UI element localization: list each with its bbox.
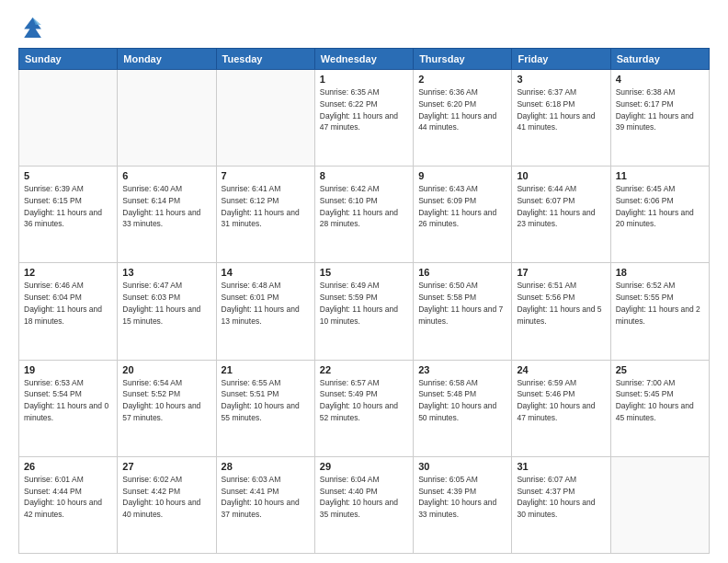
day-info: Sunrise: 6:03 AM Sunset: 4:41 PM Dayligh…: [222, 474, 310, 521]
col-header-saturday: Saturday: [610, 49, 709, 70]
day-info: Sunrise: 6:58 AM Sunset: 5:48 PM Dayligh…: [418, 377, 506, 424]
day-number: 1: [320, 74, 408, 85]
week-row-4: 19Sunrise: 6:53 AM Sunset: 5:54 PM Dayli…: [19, 360, 710, 456]
col-header-sunday: Sunday: [19, 49, 118, 70]
day-cell: 18Sunrise: 6:52 AM Sunset: 5:55 PM Dayli…: [610, 263, 709, 360]
day-cell: 28Sunrise: 6:03 AM Sunset: 4:41 PM Dayli…: [216, 456, 314, 553]
day-info: Sunrise: 6:36 AM Sunset: 6:20 PM Dayligh…: [418, 86, 506, 133]
day-number: 14: [222, 267, 310, 278]
day-number: 27: [122, 461, 210, 472]
day-number: 13: [122, 267, 210, 278]
day-cell: 20Sunrise: 6:54 AM Sunset: 5:52 PM Dayli…: [118, 360, 216, 456]
day-number: 30: [418, 461, 506, 472]
day-number: 19: [24, 364, 112, 375]
day-info: Sunrise: 6:39 AM Sunset: 6:15 PM Dayligh…: [24, 183, 112, 230]
col-header-wednesday: Wednesday: [314, 49, 413, 70]
day-cell: 23Sunrise: 6:58 AM Sunset: 5:48 PM Dayli…: [414, 360, 512, 456]
day-cell: 19Sunrise: 6:53 AM Sunset: 5:54 PM Dayli…: [19, 360, 118, 456]
day-number: 29: [320, 461, 408, 472]
day-number: 28: [222, 461, 310, 472]
day-cell: 3Sunrise: 6:37 AM Sunset: 6:18 PM Daylig…: [512, 70, 610, 167]
day-cell: [19, 70, 118, 167]
day-cell: 26Sunrise: 6:01 AM Sunset: 4:44 PM Dayli…: [19, 456, 118, 553]
week-row-3: 12Sunrise: 6:46 AM Sunset: 6:04 PM Dayli…: [19, 263, 710, 360]
col-header-friday: Friday: [512, 49, 610, 70]
day-cell: 9Sunrise: 6:43 AM Sunset: 6:09 PM Daylig…: [414, 167, 512, 263]
day-info: Sunrise: 7:00 AM Sunset: 5:45 PM Dayligh…: [616, 377, 704, 424]
day-number: 31: [517, 461, 605, 472]
day-number: 16: [418, 267, 506, 278]
day-number: 20: [122, 364, 210, 375]
day-info: Sunrise: 6:59 AM Sunset: 5:46 PM Dayligh…: [517, 377, 605, 424]
day-info: Sunrise: 6:05 AM Sunset: 4:39 PM Dayligh…: [418, 474, 506, 521]
day-info: Sunrise: 6:01 AM Sunset: 4:44 PM Dayligh…: [24, 474, 112, 521]
day-cell: [118, 70, 216, 167]
day-info: Sunrise: 6:51 AM Sunset: 5:56 PM Dayligh…: [517, 280, 605, 327]
day-cell: 4Sunrise: 6:38 AM Sunset: 6:17 PM Daylig…: [610, 70, 709, 167]
day-info: Sunrise: 6:49 AM Sunset: 5:59 PM Dayligh…: [320, 280, 408, 327]
day-info: Sunrise: 6:45 AM Sunset: 6:06 PM Dayligh…: [616, 183, 704, 230]
day-cell: 6Sunrise: 6:40 AM Sunset: 6:14 PM Daylig…: [118, 167, 216, 263]
day-info: Sunrise: 6:41 AM Sunset: 6:12 PM Dayligh…: [222, 183, 310, 230]
day-cell: 1Sunrise: 6:35 AM Sunset: 6:22 PM Daylig…: [314, 70, 413, 167]
week-row-5: 26Sunrise: 6:01 AM Sunset: 4:44 PM Dayli…: [19, 456, 710, 553]
day-cell: 7Sunrise: 6:41 AM Sunset: 6:12 PM Daylig…: [216, 167, 314, 263]
calendar-table: SundayMondayTuesdayWednesdayThursdayFrid…: [18, 48, 710, 554]
day-info: Sunrise: 6:55 AM Sunset: 5:51 PM Dayligh…: [222, 377, 310, 424]
calendar: SundayMondayTuesdayWednesdayThursdayFrid…: [18, 48, 710, 554]
day-number: 18: [616, 267, 704, 278]
day-info: Sunrise: 6:07 AM Sunset: 4:37 PM Dayligh…: [517, 474, 605, 521]
day-cell: 11Sunrise: 6:45 AM Sunset: 6:06 PM Dayli…: [610, 167, 709, 263]
day-number: 15: [320, 267, 408, 278]
day-cell: 24Sunrise: 6:59 AM Sunset: 5:46 PM Dayli…: [512, 360, 610, 456]
day-cell: [216, 70, 314, 167]
day-info: Sunrise: 6:46 AM Sunset: 6:04 PM Dayligh…: [24, 280, 112, 327]
day-cell: 30Sunrise: 6:05 AM Sunset: 4:39 PM Dayli…: [414, 456, 512, 553]
day-number: 3: [517, 74, 605, 85]
day-cell: 14Sunrise: 6:48 AM Sunset: 6:01 PM Dayli…: [216, 263, 314, 360]
day-cell: 29Sunrise: 6:04 AM Sunset: 4:40 PM Dayli…: [314, 456, 413, 553]
day-cell: 16Sunrise: 6:50 AM Sunset: 5:58 PM Dayli…: [414, 263, 512, 360]
day-info: Sunrise: 6:42 AM Sunset: 6:10 PM Dayligh…: [320, 183, 408, 230]
col-header-tuesday: Tuesday: [216, 49, 314, 70]
day-info: Sunrise: 6:53 AM Sunset: 5:54 PM Dayligh…: [24, 377, 112, 424]
col-header-thursday: Thursday: [414, 49, 512, 70]
day-info: Sunrise: 6:35 AM Sunset: 6:22 PM Dayligh…: [320, 86, 408, 133]
day-number: 17: [517, 267, 605, 278]
day-number: 10: [517, 170, 605, 181]
day-cell: 31Sunrise: 6:07 AM Sunset: 4:37 PM Dayli…: [512, 456, 610, 553]
day-number: 24: [517, 364, 605, 375]
week-row-2: 5Sunrise: 6:39 AM Sunset: 6:15 PM Daylig…: [19, 167, 710, 263]
col-header-monday: Monday: [118, 49, 216, 70]
day-info: Sunrise: 6:37 AM Sunset: 6:18 PM Dayligh…: [517, 86, 605, 133]
day-number: 21: [222, 364, 310, 375]
day-number: 9: [418, 170, 506, 181]
day-number: 22: [320, 364, 408, 375]
header-row: SundayMondayTuesdayWednesdayThursdayFrid…: [19, 49, 710, 70]
day-cell: 25Sunrise: 7:00 AM Sunset: 5:45 PM Dayli…: [610, 360, 709, 456]
day-number: 2: [418, 74, 506, 85]
day-info: Sunrise: 6:04 AM Sunset: 4:40 PM Dayligh…: [320, 474, 408, 521]
header: [18, 15, 710, 40]
day-cell: 8Sunrise: 6:42 AM Sunset: 6:10 PM Daylig…: [314, 167, 413, 263]
day-number: 7: [222, 170, 310, 181]
day-cell: 13Sunrise: 6:47 AM Sunset: 6:03 PM Dayli…: [118, 263, 216, 360]
logo-icon: [18, 15, 44, 40]
day-info: Sunrise: 6:40 AM Sunset: 6:14 PM Dayligh…: [122, 183, 210, 230]
day-cell: 17Sunrise: 6:51 AM Sunset: 5:56 PM Dayli…: [512, 263, 610, 360]
day-cell: 12Sunrise: 6:46 AM Sunset: 6:04 PM Dayli…: [19, 263, 118, 360]
day-cell: 22Sunrise: 6:57 AM Sunset: 5:49 PM Dayli…: [314, 360, 413, 456]
day-info: Sunrise: 6:02 AM Sunset: 4:42 PM Dayligh…: [122, 474, 210, 521]
day-info: Sunrise: 6:57 AM Sunset: 5:49 PM Dayligh…: [320, 377, 408, 424]
week-row-1: 1Sunrise: 6:35 AM Sunset: 6:22 PM Daylig…: [19, 70, 710, 167]
day-number: 25: [616, 364, 704, 375]
day-number: 6: [122, 170, 210, 181]
day-info: Sunrise: 6:50 AM Sunset: 5:58 PM Dayligh…: [418, 280, 506, 327]
day-number: 4: [616, 74, 704, 85]
day-number: 8: [320, 170, 408, 181]
logo: [18, 15, 46, 40]
day-number: 23: [418, 364, 506, 375]
day-info: Sunrise: 6:47 AM Sunset: 6:03 PM Dayligh…: [122, 280, 210, 327]
day-cell: 27Sunrise: 6:02 AM Sunset: 4:42 PM Dayli…: [118, 456, 216, 553]
day-cell: 2Sunrise: 6:36 AM Sunset: 6:20 PM Daylig…: [414, 70, 512, 167]
